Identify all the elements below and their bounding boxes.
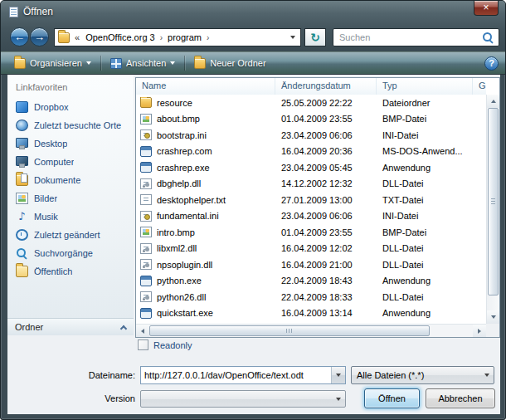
breadcrumb-separator-icon: ›	[158, 33, 164, 42]
pictures-icon	[16, 193, 28, 204]
breadcrumb: « OpenOffice.org 3 › program ›	[54, 28, 301, 46]
file-row-python26-dll[interactable]: python26.dll 22.04.2009 18:33 DLL-Datei	[136, 289, 486, 305]
sidebar-item-zuletzt-besuchte-orte[interactable]: Zuletzt besuchte Orte	[7, 116, 134, 134]
sidebar-item-dropbox[interactable]: Dropbox	[7, 98, 134, 116]
recent-places-icon	[16, 120, 28, 131]
vertical-scrollbar-thumb[interactable]	[488, 108, 499, 295]
folder-icon	[58, 32, 70, 43]
text-file-icon	[140, 194, 152, 205]
breadcrumb-item-openoffice-org-3[interactable]: OpenOffice.org 3	[82, 32, 158, 42]
breadcrumb-history-dropdown[interactable]	[285, 29, 300, 46]
file-row-fundamental-ini[interactable]: fundamental.ini 23.04.2009 06:06 INI-Dat…	[136, 208, 486, 225]
file-row-resource[interactable]: resource 25.05.2009 22:22 Dateiordner	[136, 95, 486, 111]
forward-button[interactable]: →	[30, 27, 49, 46]
scroll-up-button[interactable]	[487, 95, 499, 108]
sidebar-item-computer[interactable]: Computer	[7, 153, 134, 171]
searches-icon	[16, 247, 28, 259]
dll-file-icon	[140, 291, 152, 302]
folders-label: Ordner	[15, 322, 43, 332]
file-row-about-bmp[interactable]: about.bmp 01.04.2009 23:55 BMP-Datei	[136, 111, 486, 128]
scroll-right-button[interactable]	[473, 325, 486, 337]
vertical-scrollbar[interactable]	[486, 95, 499, 324]
filename-input[interactable]	[141, 370, 331, 380]
triangle-right-icon	[478, 329, 481, 334]
ansichten-button[interactable]: Ansichten	[104, 54, 182, 72]
chevron-down-icon	[86, 61, 91, 65]
sidebar-title: Linkfavoriten	[7, 75, 134, 98]
chevron-down-icon	[290, 36, 295, 39]
file-row-crashrep-com[interactable]: crashrep.com 16.04.2009 20:36 MS-DOS-Anw…	[136, 144, 486, 160]
file-row-intro-bmp[interactable]: intro.bmp 01.04.2009 23:55 BMP-Datei	[136, 224, 486, 241]
file-row-quickstart-exe[interactable]: quickstart.exe 16.04.2009 13:14 Anwendun…	[136, 305, 486, 322]
image-file-icon	[140, 227, 152, 237]
recently-changed-icon	[16, 229, 28, 241]
cancel-button[interactable]: Abbrechen	[426, 388, 495, 408]
search-box	[333, 28, 499, 46]
sidebar-item-öffentlich[interactable]: Öffentlich	[7, 262, 134, 281]
horizontal-scrollbar[interactable]	[136, 324, 486, 337]
list-header: Name Änderungsdatum Typ G	[136, 78, 486, 95]
sidebar-item-zuletzt-geändert[interactable]: Zuletzt geändert	[7, 226, 134, 244]
column-header-name[interactable]: Name	[136, 78, 275, 95]
filename-label: Dateiname:	[41, 370, 135, 380]
version-combobox[interactable]	[140, 390, 346, 408]
file-row-npsoplugin-dll[interactable]: npsoplugin.dll 16.04.2009 21:00 DLL-Date…	[136, 256, 486, 273]
filetype-combobox[interactable]: Alle Dateien (*.*)	[351, 366, 494, 384]
sidebar-item-bilder[interactable]: Bilder	[7, 189, 134, 208]
column-header-änderungsdatum[interactable]: Änderungsdatum	[275, 78, 377, 95]
back-button[interactable]: ←	[10, 27, 29, 46]
open-button[interactable]: Öffnen	[364, 388, 420, 408]
filename-dropdown-button[interactable]	[331, 367, 345, 383]
close-button[interactable]: ×	[474, 1, 499, 16]
organize-folder-icon	[14, 58, 26, 69]
breadcrumb-item-program[interactable]: program	[164, 32, 205, 42]
triangle-left-icon	[141, 329, 144, 334]
sidebar-item-desktop[interactable]: Desktop	[7, 134, 134, 153]
file-row-python-exe[interactable]: python.exe 22.04.2009 18:43 Anwendung	[136, 273, 486, 290]
scroll-down-button[interactable]	[487, 310, 499, 324]
sidebar-item-musik[interactable]: Musik	[7, 208, 134, 226]
application-icon	[140, 276, 152, 286]
help-button[interactable]: ?	[484, 56, 499, 71]
search-icon[interactable]	[482, 32, 494, 43]
horizontal-scrollbar-thumb[interactable]	[149, 325, 430, 336]
file-row-bootstrap-ini[interactable]: bootstrap.ini 23.04.2009 06:06 INI-Datei	[136, 127, 486, 144]
sidebar-item-suchvorgänge[interactable]: Suchvorgänge	[7, 244, 134, 262]
sidebar-item-dokumente[interactable]: Dokumente	[7, 171, 134, 189]
file-rows: resource 25.05.2009 22:22 Dateiordner ab…	[136, 95, 486, 324]
application-icon	[140, 162, 152, 173]
readonly-checkbox[interactable]	[138, 339, 148, 350]
file-row-crashrep-exe[interactable]: crashrep.exe 23.04.2009 05:45 Anwendung	[136, 159, 486, 176]
application-icon	[140, 146, 152, 157]
desktop-icon	[16, 138, 28, 149]
scrollbar-corner	[486, 324, 499, 337]
file-row-dbghelp-dll[interactable]: dbghelp.dll 14.12.2002 12:32 DLL-Datei	[136, 176, 486, 193]
folders-expander[interactable]: Ordner	[7, 318, 134, 335]
breadcrumb-separator-icon: ›	[205, 33, 211, 42]
documents-icon	[16, 174, 28, 186]
chevron-down-icon	[170, 61, 175, 65]
config-file-icon	[140, 129, 152, 140]
chevron-down-icon	[479, 367, 494, 383]
breadcrumb-overflow[interactable]: «	[72, 32, 82, 42]
dll-file-icon	[140, 178, 152, 189]
document-icon	[9, 7, 18, 17]
folder-icon	[140, 97, 152, 108]
version-label: Version	[41, 393, 135, 403]
readonly-row: Readonly	[138, 339, 192, 350]
dll-file-icon	[140, 259, 152, 270]
organisieren-button[interactable]: Organisieren	[7, 54, 98, 72]
column-header-g[interactable]: G	[473, 78, 486, 95]
sidebar: Linkfavoriten Dropbox Zuletzt besuchte O…	[7, 75, 134, 335]
scroll-left-button[interactable]	[136, 325, 149, 337]
neuer-ordner-button[interactable]: Neuer Ordner	[187, 54, 272, 72]
window-title: Öffnen	[23, 6, 53, 17]
file-row-libxml2-dll[interactable]: libxml2.dll 16.04.2009 12:02 DLL-Datei	[136, 241, 486, 257]
file-row-desktophelper-txt[interactable]: desktophelper.txt 27.01.2009 13:00 TXT-D…	[136, 192, 486, 208]
titlebar-and-navbar: Öffnen × ← → « OpenOffice.org 3 › progra…	[1, 1, 505, 51]
search-input[interactable]	[333, 32, 482, 42]
refresh-button[interactable]: ↻	[304, 28, 326, 46]
open-dialog-window: Öffnen × ← → « OpenOffice.org 3 › progra…	[0, 0, 506, 420]
new-folder-icon	[194, 58, 206, 69]
column-header-typ[interactable]: Typ	[377, 78, 473, 95]
